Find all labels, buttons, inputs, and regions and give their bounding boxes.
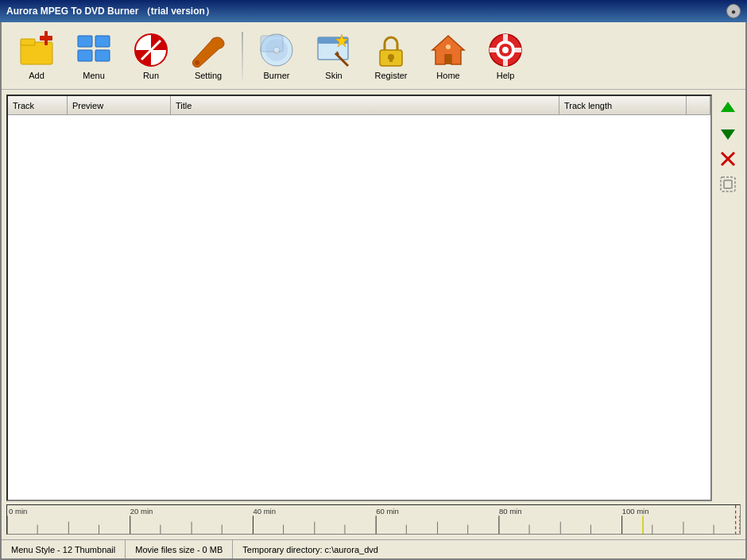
window-controls: ● [726, 4, 741, 18]
svg-rect-38 [721, 177, 735, 191]
run-button[interactable]: Run [124, 27, 178, 84]
svg-rect-15 [261, 36, 283, 52]
status-movie-size: Movie files size - 0 MB [126, 540, 233, 558]
svg-point-26 [446, 44, 451, 49]
status-bar: Menu Style - 12 Thumbnail Movie files si… [2, 539, 745, 558]
svg-text:60 min: 60 min [376, 508, 399, 516]
table-body [8, 115, 710, 500]
menu-button[interactable]: Menu [67, 27, 121, 84]
svg-rect-4 [78, 36, 92, 47]
app-title: Aurora MPEG To DVD Burner （trial version… [6, 5, 215, 18]
register-icon [372, 31, 410, 69]
col-track-header: Track [8, 96, 68, 114]
run-icon [132, 31, 170, 69]
setting-icon [189, 31, 227, 69]
svg-rect-23 [389, 57, 393, 62]
svg-rect-1 [21, 39, 35, 45]
skin-icon [315, 31, 353, 69]
status-menu-style: Menu Style - 12 Thumbnail [2, 540, 126, 558]
timeline-ruler: 0 min 20 min 40 min 60 min 80 min 100 mi… [7, 505, 740, 534]
svg-text:0 min: 0 min [9, 508, 27, 516]
col-preview-header: Preview [68, 96, 171, 114]
run-label: Run [143, 71, 159, 80]
move-up-button[interactable] [718, 98, 738, 118]
skin-button[interactable]: Skin [307, 27, 361, 84]
status-temp-dir: Temporary directory: c:\aurora_dvd [233, 540, 745, 558]
svg-marker-34 [721, 102, 735, 112]
side-buttons [715, 95, 741, 501]
svg-point-11 [195, 60, 199, 65]
col-length-header: Track length [559, 96, 687, 114]
main-window: Add Menu [0, 22, 747, 560]
svg-rect-5 [78, 50, 92, 61]
home-label: Home [436, 71, 459, 80]
svg-rect-6 [95, 36, 110, 47]
add-button[interactable]: Add [10, 27, 64, 84]
svg-rect-25 [445, 55, 451, 64]
toolbar: Add Menu [2, 22, 745, 90]
table-header: Track Preview Title Track length [8, 96, 710, 115]
svg-rect-3 [45, 31, 48, 45]
svg-text:100 min: 100 min [622, 508, 649, 516]
help-label: Help [497, 71, 515, 80]
svg-rect-39 [724, 180, 732, 188]
setting-button[interactable]: Setting [181, 27, 235, 84]
setting-label: Setting [195, 71, 222, 80]
col-extra-header [687, 96, 710, 114]
help-button[interactable]: Help [478, 27, 532, 84]
skin-label: Skin [325, 71, 342, 80]
svg-marker-35 [721, 129, 735, 140]
svg-text:20 min: 20 min [130, 508, 153, 516]
add-icon [17, 31, 56, 69]
table-container: Track Preview Title Track length [6, 95, 741, 501]
col-title-header: Title [171, 96, 559, 114]
content-area: Track Preview Title Track length [2, 90, 745, 539]
properties-button[interactable] [718, 174, 738, 195]
toolbar-separator-1 [242, 32, 243, 79]
menu-icon [75, 31, 113, 69]
svg-text:40 min: 40 min [253, 508, 276, 516]
help-icon [486, 31, 524, 69]
menu-label: Menu [83, 71, 105, 80]
svg-rect-7 [95, 50, 110, 61]
svg-text:80 min: 80 min [499, 508, 522, 516]
register-button[interactable]: Register [364, 27, 418, 84]
home-button[interactable]: Home [421, 27, 475, 84]
delete-button[interactable] [718, 149, 738, 169]
close-button[interactable]: ● [726, 4, 741, 18]
add-label: Add [29, 71, 45, 80]
track-table: Track Preview Title Track length [6, 95, 712, 501]
title-bar: Aurora MPEG To DVD Burner （trial version… [0, 0, 747, 22]
svg-point-33 [502, 47, 509, 53]
move-down-button[interactable] [718, 123, 738, 144]
burner-button[interactable]: Burner [250, 27, 304, 84]
home-icon [429, 31, 467, 69]
burner-icon [257, 31, 296, 69]
timeline-area: 0 min 20 min 40 min 60 min 80 min 100 mi… [6, 504, 741, 535]
register-label: Register [375, 71, 408, 80]
burner-label: Burner [263, 71, 289, 80]
